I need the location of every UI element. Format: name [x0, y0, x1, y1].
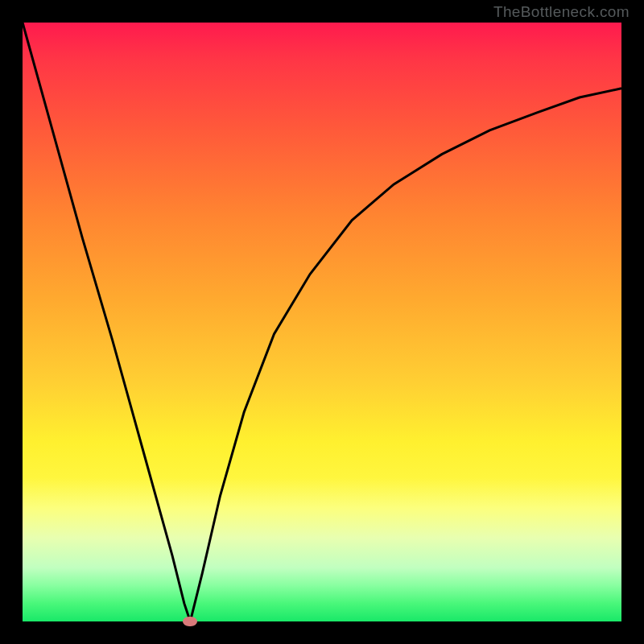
marker-point	[183, 617, 197, 626]
chart-line	[23, 23, 621, 621]
plot-area	[23, 23, 621, 621]
watermark-text: TheBottleneck.com	[493, 3, 630, 21]
chart-container: TheBottleneck.com	[0, 0, 644, 644]
curve-path	[23, 23, 621, 621]
